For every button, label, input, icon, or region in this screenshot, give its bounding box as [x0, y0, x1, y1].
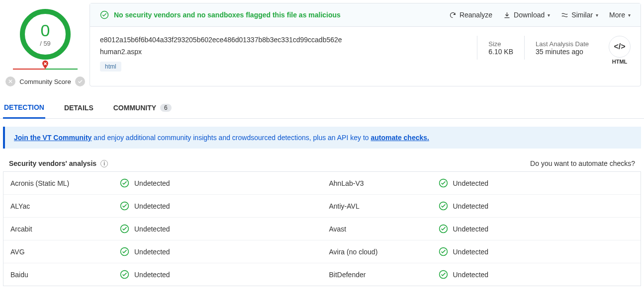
vendor-status: Undetected: [120, 178, 170, 188]
detection-score-circle: 0 / 59: [20, 9, 71, 60]
undetected-icon: [439, 247, 448, 256]
table-row: ArcabitUndetectedAvastUndetected: [3, 218, 641, 240]
file-type-block: </> HTML: [600, 36, 631, 65]
detection-count: 0: [41, 22, 50, 39]
vendor-status: Undetected: [120, 247, 170, 256]
undetected-icon: [120, 270, 129, 279]
undetected-icon: [439, 178, 448, 188]
threat-bar: [13, 69, 78, 70]
file-type-label: HTML: [612, 59, 628, 65]
vendor-status: Undetected: [120, 201, 170, 211]
vendor-status: Undetected: [120, 270, 170, 279]
date-value: 35 minutes ago: [536, 48, 589, 56]
vendors-section-header: Security vendors' analysis i Do you want…: [0, 149, 644, 171]
table-row: BaiduUndetectedBitDefenderUndetected: [3, 263, 641, 286]
tab-community[interactable]: COMMUNITY 6: [112, 99, 173, 118]
analysis-date-block: Last Analysis Date 35 minutes ago: [524, 36, 600, 60]
vendor-status: Undetected: [120, 224, 170, 233]
community-positive-icon[interactable]: [75, 76, 85, 86]
automate-checks-link[interactable]: automate checks.: [370, 134, 429, 142]
vendor-cell: Antiy-AVLUndetected: [322, 195, 641, 217]
info-icon[interactable]: i: [100, 160, 108, 167]
detection-total: / 59: [40, 40, 51, 47]
vendor-name: AhnLab-V3: [329, 179, 439, 187]
vendor-cell: Acronis (Static ML)Undetected: [3, 172, 322, 194]
tab-bar: DETECTION DETAILS COMMUNITY 6: [0, 86, 644, 119]
undetected-icon: [120, 178, 129, 188]
table-row: AVGUndetectedAvira (no cloud)Undetected: [3, 240, 641, 263]
vendor-name: Baidu: [10, 271, 120, 279]
undetected-icon: [439, 270, 448, 279]
vendor-cell: BaiduUndetected: [3, 263, 322, 286]
table-row: ALYacUndetectedAntiy-AVLUndetected: [3, 195, 641, 218]
table-row: Acronis (Static ML)UndetectedAhnLab-V3Un…: [3, 172, 641, 195]
size-value: 6.10 KB: [488, 48, 513, 56]
chevron-down-icon: ▾: [596, 12, 598, 18]
file-info: e8012a15b6f6b404a33f293205b602ece486d013…: [90, 27, 641, 80]
vendor-name: Arcabit: [10, 225, 120, 233]
vendor-cell: ALYacUndetected: [3, 195, 322, 217]
community-score-row: ✕ Community Score: [5, 76, 85, 86]
vendor-status: Undetected: [439, 201, 489, 211]
marker-pin-icon: [40, 60, 50, 70]
vendor-name: Antiy-AVL: [329, 202, 439, 210]
tab-details[interactable]: DETAILS: [63, 99, 94, 118]
chevron-down-icon: ▾: [548, 12, 550, 18]
undetected-icon: [120, 224, 129, 233]
vendor-cell: ArcabitUndetected: [3, 218, 322, 240]
safety-message: No security vendors and no sandboxes fla…: [100, 10, 449, 19]
file-name: human2.aspx: [100, 48, 477, 56]
undetected-icon: [439, 224, 448, 233]
tab-detection[interactable]: DETECTION: [3, 98, 45, 119]
vendor-name: Avast: [329, 225, 439, 233]
date-label: Last Analysis Date: [536, 40, 589, 48]
file-hash: e8012a15b6f6b404a33f293205b602ece486d013…: [100, 36, 477, 44]
similar-button[interactable]: Similar ▾: [561, 11, 598, 19]
vendors-table: Acronis (Static ML)UndetectedAhnLab-V3Un…: [3, 171, 641, 286]
summary-row: 0 / 59 ✕ Community Score No security ven…: [0, 0, 644, 86]
size-label: Size: [488, 40, 513, 48]
vendor-cell: AvastUndetected: [322, 218, 641, 240]
community-negative-icon[interactable]: ✕: [5, 76, 15, 86]
vendor-status: Undetected: [439, 270, 489, 279]
vendors-title: Security vendors' analysis i: [9, 159, 108, 167]
undetected-icon: [120, 201, 129, 211]
vendor-cell: Avira (no cloud)Undetected: [322, 240, 641, 263]
file-actions: Reanalyze Download ▾ Similar ▾ More ▾: [449, 11, 631, 19]
reanalyze-button[interactable]: Reanalyze: [449, 11, 492, 19]
download-icon: [503, 11, 511, 19]
automate-prompt[interactable]: Do you want to automate checks?: [530, 159, 635, 167]
file-type-glyph: </>: [609, 36, 631, 58]
vendor-name: ALYac: [10, 202, 120, 210]
vendor-name: AVG: [10, 248, 120, 256]
file-size-block: Size 6.10 KB: [477, 36, 524, 60]
vendor-status: Undetected: [439, 247, 489, 256]
vendor-name: Avira (no cloud): [329, 248, 439, 256]
file-card: No security vendors and no sandboxes fla…: [90, 3, 641, 86]
safety-banner: No security vendors and no sandboxes fla…: [90, 3, 641, 27]
vendor-cell: AhnLab-V3Undetected: [322, 172, 641, 194]
download-button[interactable]: Download ▾: [503, 11, 550, 19]
file-tags: html: [100, 62, 477, 72]
undetected-icon: [120, 247, 129, 256]
check-circle-icon: [100, 10, 109, 19]
more-button[interactable]: More ▾: [609, 11, 631, 19]
vendor-cell: AVGUndetected: [3, 240, 322, 263]
chevron-down-icon: ▾: [628, 12, 631, 18]
vendor-status: Undetected: [439, 178, 489, 188]
reanalyze-icon: [449, 11, 457, 19]
score-column: 0 / 59 ✕ Community Score: [3, 3, 88, 86]
community-notice: Join the VT Community and enjoy addition…: [3, 127, 641, 149]
vendor-name: Acronis (Static ML): [10, 179, 120, 187]
similar-icon: [561, 11, 568, 19]
vendor-name: BitDefender: [329, 271, 439, 279]
community-score-label: Community Score: [19, 78, 71, 85]
community-count-badge: 6: [160, 104, 172, 112]
file-identity: e8012a15b6f6b404a33f293205b602ece486d013…: [100, 36, 477, 72]
join-community-link[interactable]: Join the VT Community: [14, 134, 92, 142]
vendor-status: Undetected: [439, 224, 489, 233]
undetected-icon: [439, 201, 448, 211]
vendor-cell: BitDefenderUndetected: [322, 263, 641, 286]
file-tag[interactable]: html: [100, 62, 121, 72]
